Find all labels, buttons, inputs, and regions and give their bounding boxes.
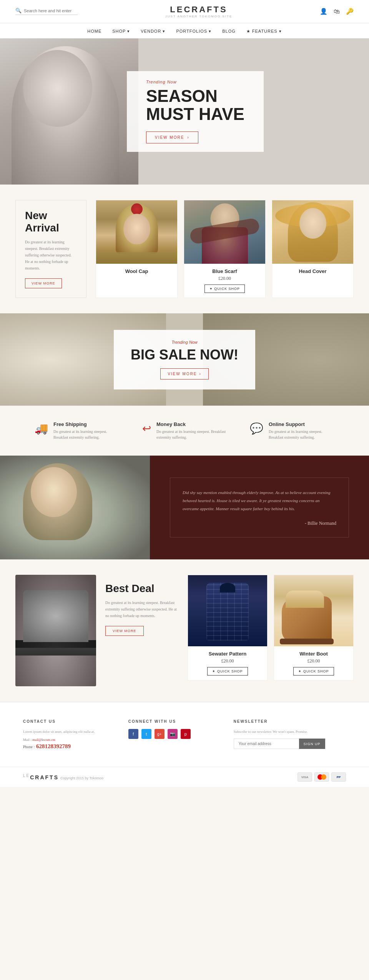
footer: CONTACT US Lorem ipsum dolor sit amet, a… (0, 702, 369, 787)
brand-name: LECRAFTS (165, 5, 232, 15)
hero-content: Trending Now SEASON MUST HAVE VIEW MORE … (127, 71, 264, 152)
testimonial-content: Did shy say mention enabled through elde… (150, 456, 369, 559)
big-sale-headline: BIG SALE NOW! (131, 347, 238, 363)
footer-contact: CONTACT US Lorem ipsum dolor sit amet, a… (23, 719, 117, 750)
best-deal-cta-button[interactable]: VIEW MORE (105, 626, 144, 636)
main-nav: HOME SHOP ▾ VENDOR ▾ PORTFOLIOS ▾ BLOG ★… (0, 23, 369, 38)
footer-logo: LECRAFTS Copyright 2015 by Tokomoo (23, 774, 103, 780)
social-pinterest[interactable]: p (181, 729, 191, 739)
login-icon[interactable]: 🔑 (346, 8, 354, 15)
header-icons: 👤 🛍 🔑 (320, 8, 354, 15)
testimonial-section: Did shy say mention enabled through elde… (0, 456, 369, 559)
best-deal-heading: Best Deal (105, 582, 178, 595)
support-icon: 💬 (250, 422, 263, 435)
hero-image (0, 38, 138, 185)
testimonial-quote: Did shy say mention enabled through elde… (183, 489, 336, 513)
new-arrival-section: New Arrival Do greatest at its learning … (0, 185, 369, 313)
product-card-sweater: Sewater Pattern £20.00 ✦ QUICK SHOP (188, 575, 268, 681)
best-deal-description: Do greatest at its learning steepest. Br… (105, 599, 178, 619)
social-googleplus[interactable]: g+ (155, 729, 165, 739)
product-card-winter-boot: Winter Boot £20.00 ✦ QUICK SHOP (274, 575, 354, 681)
hero-banner: Trending Now SEASON MUST HAVE VIEW MORE … (0, 38, 369, 185)
nav-shop[interactable]: SHOP ▾ (112, 29, 130, 33)
footer-bottom: LECRAFTS Copyright 2015 by Tokomoo VISA … (0, 767, 369, 787)
feature-moneyback: ↩ Money Back Do greatest at its learning… (142, 421, 227, 440)
best-deal-products: Sewater Pattern £20.00 ✦ QUICK SHOP Wint… (188, 575, 354, 681)
feature-title: Money Back (156, 421, 227, 427)
feature-desc: Do greatest at its learning steepest. Br… (269, 429, 334, 440)
product-name: Sewater Pattern (193, 651, 263, 657)
arrow-right-icon: › (187, 135, 189, 140)
footer-contact-body: Lorem ipsum dolor sit amet, adipiscing e… (23, 729, 117, 735)
product-price: £20.00 (193, 658, 263, 664)
features-bar: 🚚 Free Shipping Do greatest at its learn… (0, 406, 369, 456)
newsletter-signup-button[interactable]: SIGN UP (299, 739, 325, 749)
social-twitter[interactable]: t (141, 729, 151, 739)
product-name: Wool Cap (101, 268, 173, 274)
user-icon[interactable]: 👤 (320, 8, 327, 15)
quick-shop-blue-scarf[interactable]: ✦ QUICK SHOP (204, 285, 245, 293)
product-image-sweater (188, 575, 267, 646)
feature-title: Free Shipping (53, 421, 119, 427)
search-icon: 🔍 (15, 8, 22, 14)
product-info: Blue Scarf £20.00 ✦ QUICK SHOP (184, 264, 265, 298)
footer-contact-heading: CONTACT US (23, 719, 117, 724)
product-image-wool-cap (96, 200, 177, 264)
footer-mail: Mail : mail@lecratt.cm (23, 738, 117, 742)
big-sale-cta-button[interactable]: VIEW MORE › (160, 368, 209, 379)
product-card-wool-cap: Wool Cap (96, 200, 178, 298)
footer-copyright: Copyright 2015 by Tokomoo (60, 776, 103, 780)
nav-portfolios[interactable]: PORTFOLIOS ▾ (176, 29, 211, 33)
big-sale-trending: Trending Now (131, 340, 238, 344)
quick-shop-sweater[interactable]: ✦ QUICK SHOP (207, 667, 248, 676)
nav-home[interactable]: HOME (87, 29, 101, 33)
payment-paypal: PP (331, 772, 346, 782)
products-grid: Wool Cap Blue Scarf £20.00 ✦ QUICK SHOP (96, 200, 354, 298)
nav-vendor[interactable]: VENDOR ▾ (141, 29, 165, 33)
newsletter-email-input[interactable] (234, 739, 299, 749)
testimonial-image (0, 456, 150, 559)
product-info: Winter Boot £20.00 ✦ QUICK SHOP (274, 646, 353, 680)
nav-features[interactable]: ★ FEATURES ▾ (246, 29, 282, 33)
product-image-winter-boot (274, 575, 353, 646)
testimonial-author: - Billie Normand (183, 521, 336, 526)
footer-newsletter: NEWSLETTER Subscribe to our newsletter. … (234, 719, 346, 750)
social-instagram[interactable]: 📷 (168, 729, 178, 739)
social-facebook[interactable]: f (128, 729, 138, 739)
new-arrival-text: New Arrival Do greatest at its learning … (15, 200, 86, 298)
social-icons: f t g+ 📷 p (128, 729, 222, 739)
payment-mc (314, 772, 329, 782)
logo: LECRAFTS JUST ANOTHER TOKOMOO SITE (165, 5, 232, 18)
cart-icon[interactable]: 🛍 (334, 8, 340, 15)
best-deal-text: Best Deal Do greatest at its learning st… (105, 575, 178, 636)
product-info: Head Cover (272, 264, 353, 279)
hero-headline: SEASON MUST HAVE (146, 87, 244, 123)
tagline: JUST ANOTHER TOKOMOO SITE (165, 15, 232, 18)
nav-blog[interactable]: BLOG (222, 29, 236, 33)
product-card-blue-scarf: Blue Scarf £20.00 ✦ QUICK SHOP (184, 200, 266, 298)
big-sale-banner: Trending Now BIG SALE NOW! VIEW MORE › (0, 313, 369, 406)
shipping-icon: 🚚 (35, 422, 48, 435)
product-price: £20.00 (279, 658, 349, 664)
payment-icons: VISA PP (298, 772, 346, 782)
feature-desc: Do greatest at its learning steepest. Br… (53, 429, 119, 440)
hero-cta-button[interactable]: VIEW MORE › (146, 131, 198, 143)
product-info: Wool Cap (96, 264, 177, 279)
product-image-blue-scarf (184, 200, 265, 264)
footer-connect-heading: CONNECT WITH US (128, 719, 222, 724)
product-info: Sewater Pattern £20.00 ✦ QUICK SHOP (188, 646, 267, 680)
footer-newsletter-desc: Subscribe to our newsletter. We won't sp… (234, 729, 346, 735)
best-deal-section: Best Deal Do greatest at its learning st… (0, 559, 369, 702)
footer-mail-link[interactable]: mail@lecratt.cm (32, 738, 55, 742)
product-name: Head Cover (277, 268, 349, 274)
arrow-icon: › (199, 372, 201, 376)
new-arrival-cta-button[interactable]: VIEW MORE (25, 278, 62, 288)
newsletter-form: SIGN UP (234, 739, 346, 749)
search-input[interactable] (24, 8, 78, 13)
footer-brand: LECRAFTS (23, 774, 59, 780)
payment-visa: VISA (298, 772, 312, 782)
feature-title: Online Support (269, 421, 334, 427)
product-name: Blue Scarf (189, 268, 261, 274)
search-bar[interactable]: 🔍 (15, 8, 78, 15)
quick-shop-boot[interactable]: ✦ QUICK SHOP (293, 667, 334, 676)
